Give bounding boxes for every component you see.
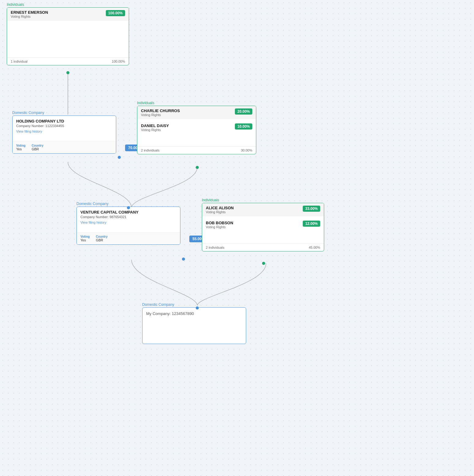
connector-dot-holding-right: [118, 156, 121, 159]
individuals-label-ernest: Individuals: [7, 2, 129, 7]
domestic-label-holding: Domestic Company: [12, 111, 116, 115]
ernest-type: Voting Rights: [11, 15, 48, 18]
alice-footer-count: 2 individuals: [206, 246, 224, 249]
holding-voting-value: Yes: [16, 147, 25, 151]
holding-country-value: GBR: [31, 147, 43, 151]
connector-dot-venture-right: [182, 258, 185, 261]
venture-voting-value: Yes: [80, 238, 90, 242]
domestic-label-mycompany: Domestic Company: [142, 302, 246, 307]
domestic-section-holding: Domestic Company HOLDING COMPANY LTD Com…: [12, 111, 116, 154]
individuals-section-ernest: Individuals ERNEST EMERSON Voting Rights…: [7, 2, 129, 65]
connector-dot-mycompany-top: [196, 306, 199, 309]
daniel-pct: 10.00%: [235, 123, 252, 130]
ernest-pct: 100.00%: [106, 10, 125, 16]
individuals-section-alice: Individuals ALICE ALISON Voting Rights 3…: [202, 198, 324, 251]
company-card-mycompany: My Company: 1234567890: [142, 307, 246, 344]
holding-country-label: Country: [31, 144, 43, 147]
venture-country-value: GBR: [96, 238, 107, 242]
charlie-footer-count: 2 individuals: [141, 148, 160, 152]
ernest-name: ERNEST EMERSON: [11, 10, 48, 15]
connector-dot-venture-top: [127, 206, 130, 209]
individuals-section-charlie: Individuals CHARLIE CHURROS Voting Right…: [137, 101, 256, 154]
holding-voting-label: Voting: [16, 144, 25, 147]
mycompany-text: My Company: 1234567890: [146, 311, 242, 316]
individuals-label-charlie: Individuals: [137, 101, 256, 105]
company-card-holding: HOLDING COMPANY LTD Company Number: 1122…: [12, 115, 116, 154]
venture-country-label: Country: [96, 235, 107, 238]
venture-voting-label: Voting: [80, 235, 90, 238]
holding-link[interactable]: View filing history: [16, 130, 42, 133]
charlie-footer-pct: 30.00%: [241, 148, 252, 152]
bob-name: BOB BOBSON: [206, 221, 233, 225]
connector-dot-charlie-bottom: [196, 166, 199, 169]
charlie-name: CHARLIE CHURROS: [141, 108, 180, 113]
bob-pct: 12.00%: [303, 221, 320, 227]
individuals-card-ernest: ERNEST EMERSON Voting Rights 100.00% 1 i…: [7, 7, 129, 65]
individuals-label-alice: Individuals: [202, 198, 324, 202]
charlie-type: Voting Rights: [141, 113, 180, 117]
individuals-card-charlie: CHARLIE CHURROS Voting Rights 20.00% DAN…: [137, 106, 256, 154]
alice-name: ALICE ALISON: [206, 206, 234, 210]
venture-number: Company Number: 987654321: [80, 215, 176, 219]
alice-pct: 33.00%: [303, 206, 320, 212]
daniel-name: DANIEL DAISY: [141, 123, 169, 128]
venture-link[interactable]: View filing history: [80, 221, 106, 224]
company-card-venture: VENTURE CAPITAL COMPANY Company Number: …: [76, 207, 180, 245]
ernest-footer-pct: 100.00%: [112, 60, 125, 63]
connector-dot-alice-bottom: [262, 262, 265, 265]
holding-number: Company Number: 1122334455: [16, 124, 112, 128]
domestic-label-venture: Domestic Company: [76, 202, 180, 206]
venture-name: VENTURE CAPITAL COMPANY: [80, 210, 176, 214]
domestic-section-mycompany: Domestic Company My Company: 1234567890: [142, 302, 246, 344]
ernest-footer-count: 1 individual: [11, 60, 28, 63]
connector-dot-ernest-bottom: [66, 71, 69, 74]
alice-footer-pct: 45.00%: [309, 246, 320, 249]
holding-name: HOLDING COMPANY LTD: [16, 119, 112, 123]
alice-type: Voting Rights: [206, 210, 234, 214]
individuals-card-alice: ALICE ALISON Voting Rights 33.00% BOB BO…: [202, 203, 324, 251]
daniel-type: Voting Rights: [141, 128, 169, 132]
charlie-pct: 20.00%: [235, 108, 252, 115]
bob-type: Voting Rights: [206, 225, 233, 229]
